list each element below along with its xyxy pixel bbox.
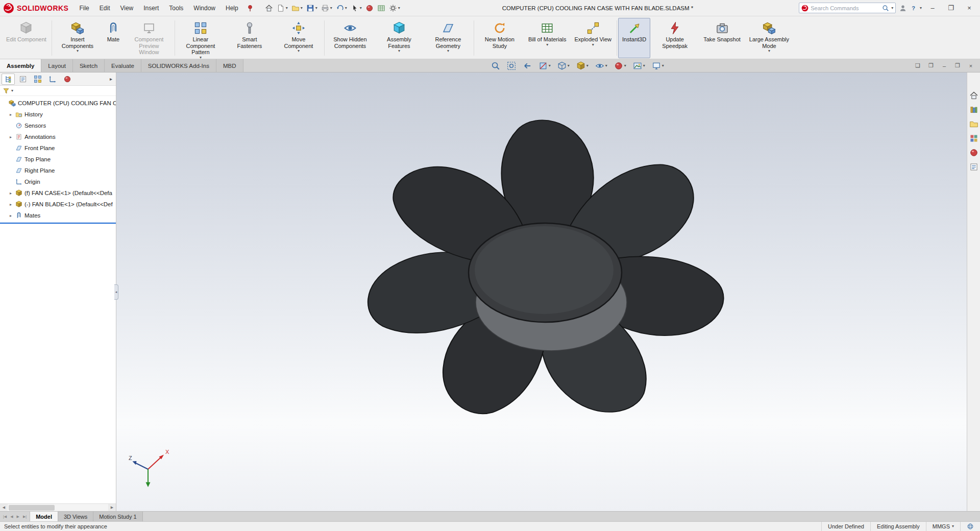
pane-split-icon[interactable]: ❏ bbox=[912, 61, 924, 71]
ribbon-button-insert-components[interactable]: Insert Components ▾ bbox=[53, 18, 102, 58]
tab-sketch[interactable]: Sketch bbox=[73, 59, 105, 72]
expand-arrow-icon[interactable]: ▸ bbox=[8, 112, 13, 117]
tree-item-top-plane[interactable]: ▸ Top Plane bbox=[0, 154, 116, 165]
print-button[interactable]: ▾ bbox=[320, 3, 334, 14]
tab-model[interactable]: Model bbox=[30, 512, 58, 521]
tree-item-mates[interactable]: ▸ Mates bbox=[0, 210, 116, 221]
ribbon-button-bill-of-materials[interactable]: Bill of Materials ▾ bbox=[524, 18, 571, 58]
display-style-button[interactable]: ▾ bbox=[575, 60, 590, 71]
scroll-right-arrow[interactable]: ▶ bbox=[108, 504, 116, 511]
ribbon-button-move-component[interactable]: Move Component ▾ bbox=[274, 18, 323, 58]
ribbon-button-mate[interactable]: Mate bbox=[102, 18, 125, 58]
edit-appearance-button[interactable]: ▾ bbox=[613, 60, 627, 71]
expand-arrow-icon[interactable]: ▸ bbox=[8, 191, 13, 196]
solidworks-resources-button[interactable] bbox=[968, 90, 979, 101]
fan-model[interactable] bbox=[116, 73, 967, 511]
tab-mbd[interactable]: MBD bbox=[216, 59, 243, 72]
scrollbar-track[interactable] bbox=[8, 504, 108, 511]
maximize-button[interactable]: ❐ bbox=[943, 2, 959, 15]
scroll-left-arrow[interactable]: ◀ bbox=[0, 504, 8, 511]
ribbon-button-assembly-features[interactable]: Assembly Features ▾ bbox=[375, 18, 424, 58]
menu-insert[interactable]: Insert bbox=[139, 3, 163, 14]
expand-arrow-icon[interactable]: ▸ bbox=[8, 213, 13, 218]
apply-scene-button[interactable]: ▾ bbox=[632, 60, 646, 71]
menu-view[interactable]: View bbox=[115, 3, 138, 14]
search-input[interactable] bbox=[811, 5, 880, 11]
configurationmanager-tab[interactable] bbox=[31, 74, 44, 85]
pane-restore-icon[interactable]: ❐ bbox=[925, 61, 937, 71]
search-icon[interactable] bbox=[882, 5, 889, 12]
ribbon-button-update-speedpak[interactable]: Update Speedpak bbox=[650, 18, 699, 58]
tags-button[interactable] bbox=[960, 522, 980, 531]
tree-item-fan-case[interactable]: ▸ (f) FAN CASE<1> (Default<<Defa bbox=[0, 187, 116, 199]
new-document-button[interactable]: ▾ bbox=[275, 3, 289, 14]
previous-view-button[interactable] bbox=[522, 60, 533, 71]
tree-item-origin[interactable]: ▸ Origin bbox=[0, 176, 116, 187]
last-tab-arrow[interactable]: ▶| bbox=[21, 515, 28, 519]
menu-tools[interactable]: Tools bbox=[164, 3, 188, 14]
expand-arrow-icon[interactable]: ▸ bbox=[8, 202, 13, 207]
view-palette-button[interactable] bbox=[968, 133, 979, 144]
doc-close-button[interactable]: × bbox=[965, 61, 977, 71]
minimize-button[interactable]: – bbox=[925, 2, 940, 15]
menu-pin-icon[interactable] bbox=[246, 4, 254, 12]
tree-item-history[interactable]: ▸ History bbox=[0, 109, 116, 120]
displaymanager-tab[interactable] bbox=[61, 74, 74, 85]
tab-motion-study-1[interactable]: Motion Study 1 bbox=[93, 512, 142, 521]
save-button[interactable]: ▾ bbox=[305, 3, 319, 14]
featuremanager-design-tree-tab[interactable] bbox=[2, 74, 15, 85]
scrollbar-thumb[interactable] bbox=[9, 505, 55, 511]
dimxpertmanager-tab[interactable] bbox=[46, 74, 59, 85]
next-tab-arrow[interactable]: ▶ bbox=[15, 515, 21, 519]
design-library-button[interactable] bbox=[968, 104, 979, 115]
ribbon-button-reference-geometry[interactable]: Reference Geometry ▾ bbox=[424, 18, 473, 58]
tree-item-sensors[interactable]: ▸ Sensors bbox=[0, 120, 116, 131]
close-button[interactable]: × bbox=[962, 2, 977, 15]
panel-splitter-handle[interactable]: ◂ bbox=[114, 284, 118, 300]
filter-funnel-icon[interactable] bbox=[3, 87, 10, 94]
panel-tabs-overflow-chevron[interactable]: ▸ bbox=[108, 76, 114, 82]
ribbon-button-large-assembly-mode[interactable]: Large Assembly Mode ▾ bbox=[745, 18, 794, 58]
file-explorer-button[interactable] bbox=[968, 118, 979, 130]
hide-show-items-button[interactable]: ▾ bbox=[594, 60, 608, 71]
zoom-to-area-button[interactable] bbox=[506, 60, 517, 71]
ribbon-button-new-motion-study[interactable]: New Motion Study bbox=[475, 18, 524, 58]
propertymanager-tab[interactable] bbox=[16, 74, 30, 85]
view-settings-button[interactable]: ▾ bbox=[651, 60, 665, 71]
menu-edit[interactable]: Edit bbox=[95, 3, 115, 14]
first-tab-arrow[interactable]: |◀ bbox=[2, 515, 8, 519]
doc-minimize-button[interactable]: – bbox=[938, 61, 950, 71]
ribbon-button-instant3d[interactable]: Instant3D bbox=[618, 18, 650, 58]
tab-evaluate[interactable]: Evaluate bbox=[105, 59, 141, 72]
settings-button[interactable]: ▾ bbox=[387, 3, 402, 14]
tree-item-right-plane[interactable]: ▸ Right Plane bbox=[0, 165, 116, 176]
section-view-button[interactable]: ▾ bbox=[537, 60, 552, 71]
zoom-to-fit-button[interactable] bbox=[490, 60, 501, 71]
help-button[interactable]: ? bbox=[910, 4, 917, 13]
menu-window[interactable]: Window bbox=[189, 3, 220, 14]
properties-grid-button[interactable] bbox=[376, 3, 387, 14]
open-button[interactable]: ▾ bbox=[290, 3, 304, 14]
expand-arrow-icon[interactable]: ▸ bbox=[8, 135, 13, 139]
tab-solidworks-add-ins[interactable]: SOLIDWORKS Add-Ins bbox=[141, 59, 216, 72]
graphics-area[interactable]: X Z bbox=[116, 73, 967, 511]
doc-restore-button[interactable]: ❐ bbox=[951, 61, 964, 71]
view-orientation-button[interactable]: ▾ bbox=[556, 60, 571, 71]
ribbon-button-show-hidden-components[interactable]: Show Hidden Components bbox=[326, 18, 375, 58]
units-selector[interactable]: MMGS▾ bbox=[926, 522, 960, 531]
undo-button[interactable]: ▾ bbox=[334, 3, 349, 14]
tab-3d-views[interactable]: 3D Views bbox=[58, 512, 93, 521]
ribbon-button-smart-fasteners[interactable]: Smart Fasteners bbox=[225, 18, 274, 58]
ribbon-button-component-preview-window[interactable]: Component Preview Window bbox=[125, 18, 174, 58]
tree-item-front-plane[interactable]: ▸ Front Plane bbox=[0, 142, 116, 154]
tab-assembly[interactable]: Assembly bbox=[0, 59, 41, 72]
rollback-bar[interactable] bbox=[0, 223, 116, 224]
ribbon-button-take-snapshot[interactable]: Take Snapshot bbox=[699, 18, 745, 58]
ribbon-button-edit-component[interactable]: Edit Component bbox=[2, 18, 51, 58]
search-scope-icon[interactable] bbox=[801, 5, 808, 12]
ribbon-button-linear-component-pattern[interactable]: Linear Component Pattern ▾ bbox=[176, 18, 225, 58]
tab-layout[interactable]: Layout bbox=[41, 59, 73, 72]
tree-item-annotations[interactable]: ▸ Annotations bbox=[0, 131, 116, 142]
home-button[interactable] bbox=[263, 3, 275, 14]
color-swatch-button[interactable] bbox=[364, 3, 375, 14]
